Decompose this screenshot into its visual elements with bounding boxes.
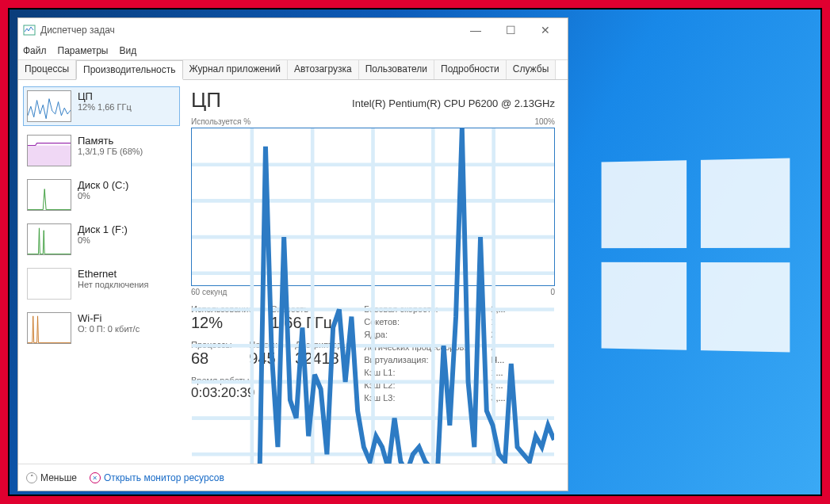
menu-options[interactable]: Параметры bbox=[58, 45, 109, 56]
sidebar-item-ethernet[interactable]: EthernetНет подключения bbox=[23, 264, 180, 304]
app-icon bbox=[23, 24, 36, 36]
fewer-label: Меньше bbox=[40, 472, 77, 483]
fewer-details-button[interactable]: ˄ Меньше bbox=[26, 472, 77, 483]
windows-logo bbox=[602, 158, 790, 352]
tab-details[interactable]: Подробности bbox=[434, 60, 507, 79]
sidebar-item-disk1[interactable]: Диск 1 (F:)0% bbox=[23, 220, 180, 259]
sidebar-item-cpu[interactable]: ЦП12% 1,66 ГГц bbox=[23, 86, 180, 126]
task-manager-window: Диспетчер задач — ☐ ✕ Файл Параметры Вид… bbox=[17, 17, 568, 491]
tab-processes[interactable]: Процессы bbox=[18, 60, 76, 79]
maximize-button[interactable]: ☐ bbox=[493, 18, 528, 42]
sidebar-item-memory[interactable]: Память1,3/1,9 ГБ (68%) bbox=[23, 131, 180, 170]
close-button[interactable]: ✕ bbox=[528, 18, 563, 42]
chevron-up-icon: ˄ bbox=[26, 472, 37, 483]
titlebar[interactable]: Диспетчер задач — ☐ ✕ bbox=[18, 18, 568, 42]
tab-services[interactable]: Службы bbox=[507, 60, 556, 79]
svg-rect-1 bbox=[28, 146, 71, 166]
disk0-thumb-icon bbox=[27, 179, 71, 211]
ethernet-thumb-icon bbox=[27, 268, 71, 300]
cpu-usage-chart[interactable] bbox=[191, 128, 555, 286]
tab-startup[interactable]: Автозагрузка bbox=[288, 60, 359, 79]
disk0-title: Диск 0 (C:) bbox=[78, 179, 128, 191]
wifi-title: Wi-Fi bbox=[78, 312, 140, 324]
tabs: Процессы Производительность Журнал прило… bbox=[18, 59, 568, 80]
ethernet-sub: Нет подключения bbox=[78, 280, 148, 289]
tab-users[interactable]: Пользователи bbox=[359, 60, 434, 79]
main-panel: ЦП Intel(R) Pentium(R) CPU P6200 @ 2.13G… bbox=[185, 80, 568, 464]
disk1-title: Диск 1 (F:) bbox=[78, 223, 128, 235]
sidebar-item-disk0[interactable]: Диск 0 (C:)0% bbox=[23, 175, 180, 215]
sidebar: ЦП12% 1,66 ГГц Память1,3/1,9 ГБ (68%) Ди… bbox=[18, 80, 185, 464]
desktop-wallpaper: Диспетчер задач — ☐ ✕ Файл Параметры Вид… bbox=[8, 8, 822, 496]
wifi-sub: О: 0 П: 0 кбит/с bbox=[78, 324, 140, 334]
resource-monitor-icon: ⨉ bbox=[90, 472, 101, 483]
chart-top-left-label: Используется % bbox=[191, 117, 251, 126]
disk1-sub: 0% bbox=[78, 235, 128, 245]
memory-sub: 1,3/1,9 ГБ (68%) bbox=[78, 147, 143, 156]
main-subtitle: Intel(R) Pentium(R) CPU P6200 @ 2.13GHz bbox=[352, 97, 555, 109]
window-title: Диспетчер задач bbox=[40, 25, 458, 36]
cpu-thumb-icon bbox=[27, 90, 71, 122]
open-resource-monitor-link[interactable]: ⨉ Открыть монитор ресурсов bbox=[90, 472, 224, 483]
sidebar-item-wifi[interactable]: Wi-FiО: 0 П: 0 кбит/с bbox=[23, 308, 180, 348]
menubar: Файл Параметры Вид bbox=[18, 42, 568, 59]
ethernet-title: Ethernet bbox=[78, 268, 148, 280]
menu-file[interactable]: Файл bbox=[23, 45, 47, 56]
resmon-label: Открыть монитор ресурсов bbox=[104, 472, 224, 483]
tab-app-history[interactable]: Журнал приложений bbox=[183, 60, 288, 79]
tab-performance[interactable]: Производительность bbox=[76, 60, 182, 80]
minimize-button[interactable]: — bbox=[458, 18, 493, 42]
disk1-thumb-icon bbox=[27, 223, 71, 255]
menu-view[interactable]: Вид bbox=[119, 45, 136, 56]
cpu-title: ЦП bbox=[78, 90, 132, 102]
memory-thumb-icon bbox=[27, 135, 71, 166]
wifi-thumb-icon bbox=[27, 312, 71, 344]
footer: ˄ Меньше ⨉ Открыть монитор ресурсов bbox=[18, 464, 568, 491]
cpu-sub: 12% 1,66 ГГц bbox=[78, 102, 132, 112]
disk0-sub: 0% bbox=[78, 191, 128, 200]
memory-title: Память bbox=[78, 135, 143, 147]
main-title: ЦП bbox=[191, 88, 221, 113]
chart-top-right-label: 100% bbox=[534, 117, 555, 126]
